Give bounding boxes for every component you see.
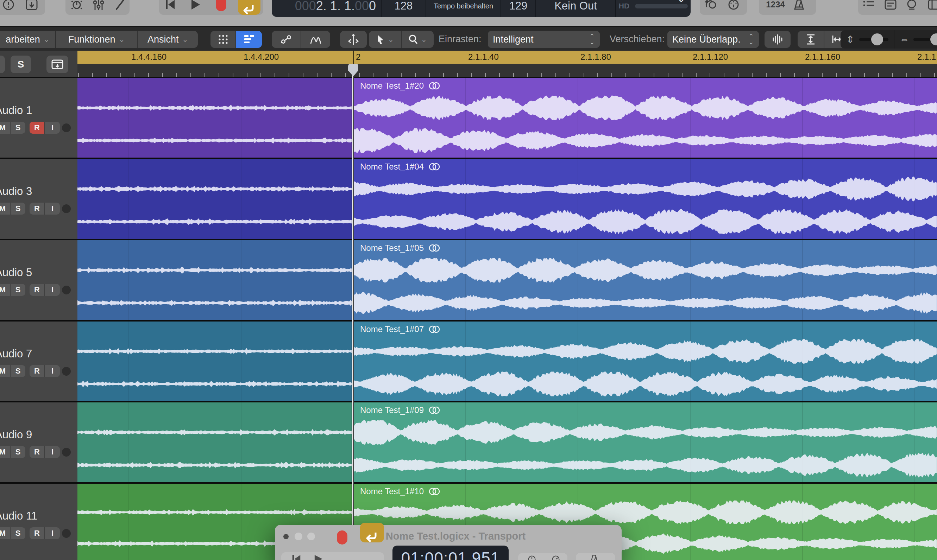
smpte-time: 01:00:01,951 — [401, 548, 500, 560]
track-header-audio-9[interactable]: Audio 9MSRI — [0, 402, 77, 482]
input-monitor-button[interactable]: I — [44, 446, 60, 458]
audio-region-Nome Test_1#09[interactable]: Nome Test_1#09 — [354, 402, 937, 482]
track-status-dot — [62, 123, 71, 132]
track-status-dot — [62, 286, 71, 294]
waveform — [354, 322, 937, 401]
solo-button[interactable]: S — [10, 203, 25, 215]
solo-button[interactable]: S — [10, 365, 25, 377]
record-input-buttons: RI — [29, 527, 60, 539]
track-header-audio-3[interactable]: Audio 3MSRI — [0, 159, 77, 239]
mute-button[interactable]: M — [0, 122, 10, 134]
region-name: Nome Test_1#09 — [360, 405, 441, 415]
transport-window[interactable]: ⌗ Nome Test.logicx - Transport 01:00:01,… — [275, 525, 622, 560]
region-name: Nome Test_1#04 — [360, 162, 441, 172]
track-status-dot — [62, 529, 71, 538]
mute-button[interactable]: M — [0, 365, 10, 377]
playhead-line[interactable] — [351, 64, 354, 560]
record-input-buttons: RI — [29, 122, 60, 134]
track-name: Audio 7 — [0, 348, 32, 360]
solo-button[interactable]: S — [10, 527, 25, 539]
input-monitor-button[interactable]: I — [44, 365, 60, 377]
audio-region[interactable] — [77, 240, 352, 320]
track-name: Audio 5 — [0, 266, 32, 279]
audio-region[interactable] — [77, 78, 352, 158]
audio-region[interactable] — [77, 402, 352, 482]
skip-to-start-icon[interactable] — [290, 554, 302, 560]
record-enable-button[interactable]: R — [29, 527, 44, 539]
region-name-text: Nome Test_1#20 — [360, 81, 424, 91]
stereo-icon — [428, 487, 441, 495]
mute-button[interactable]: M — [0, 284, 10, 296]
waveform — [354, 78, 937, 158]
transport-window-title: ⌗ Nome Test.logicx - Transport — [275, 530, 622, 542]
audio-region-Nome Test_1#07[interactable]: Nome Test_1#07 — [354, 322, 937, 401]
mute-button[interactable]: M — [0, 203, 10, 215]
track-name: Audio 1 — [0, 104, 32, 117]
waveform — [354, 159, 937, 239]
waveform — [77, 159, 352, 239]
solo-button[interactable]: S — [10, 284, 25, 296]
track-header-audio-7[interactable]: Audio 7MSRI — [0, 322, 77, 401]
track-status-dot — [62, 367, 71, 376]
record-enable-button[interactable]: R — [29, 365, 44, 377]
stereo-icon — [428, 82, 441, 90]
play-icon[interactable] — [313, 554, 324, 560]
region-name-text: Nome Test_1#09 — [360, 405, 424, 415]
record-input-buttons: RI — [29, 365, 60, 377]
track-header-audio-11[interactable]: Audio 11MSRI — [0, 484, 77, 560]
title-text: Nome Test.logicx - Transport — [386, 531, 526, 542]
mute-button[interactable]: M — [0, 527, 10, 539]
transport-time-display[interactable]: 01:00:01,951 — [393, 546, 509, 560]
mute-solo-buttons: MS — [0, 284, 25, 296]
record-enable-button[interactable]: R — [29, 203, 44, 215]
waveform — [77, 402, 352, 482]
mute-solo-buttons: MS — [0, 527, 25, 539]
waveform — [77, 78, 352, 158]
audio-region-Nome Test_1#04[interactable]: Nome Test_1#04 — [354, 159, 937, 239]
input-monitor-button[interactable]: I — [44, 122, 60, 134]
mute-button[interactable]: M — [0, 446, 10, 458]
record-enable-button[interactable]: R — [29, 446, 44, 458]
tuner-icon[interactable] — [526, 555, 538, 560]
clock-icon[interactable] — [549, 555, 562, 560]
region-name: Nome Test_1#05 — [360, 243, 441, 253]
track-name: Audio 11 — [0, 510, 37, 522]
track-status-dot — [62, 448, 71, 457]
track-area: Audio 1MSRINome Test_1#20Audio 3MSRINome… — [0, 0, 937, 560]
track-name: Audio 9 — [0, 428, 32, 441]
stereo-icon — [428, 406, 441, 414]
solo-button[interactable]: S — [10, 446, 25, 458]
input-monitor-button[interactable]: I — [44, 284, 60, 296]
record-enable-button[interactable]: R — [29, 284, 44, 296]
track-header-audio-5[interactable]: Audio 5MSRI — [0, 240, 77, 320]
mute-solo-buttons: MS — [0, 365, 25, 377]
audio-region[interactable] — [77, 159, 352, 239]
stereo-icon — [428, 163, 441, 171]
record-input-buttons: RI — [29, 284, 60, 296]
region-name: Nome Test_1#07 — [360, 324, 441, 334]
region-name-text: Nome Test_1#04 — [360, 162, 424, 172]
input-monitor-button[interactable]: I — [44, 203, 60, 215]
record-icon[interactable] — [337, 531, 347, 545]
input-monitor-button[interactable]: I — [44, 527, 60, 539]
metronome-icon[interactable] — [588, 554, 600, 560]
audio-region[interactable] — [77, 322, 352, 401]
stereo-icon — [428, 244, 441, 252]
audio-region-Nome Test_1#05[interactable]: Nome Test_1#05 — [354, 240, 937, 320]
region-name: Nome Test_1#20 — [360, 81, 441, 91]
audio-region-Nome Test_1#20[interactable]: Nome Test_1#20 — [354, 78, 937, 158]
track-name: Audio 3 — [0, 185, 32, 198]
region-name-text: Nome Test_1#07 — [360, 324, 424, 334]
solo-button[interactable]: S — [10, 122, 25, 134]
waveform — [77, 240, 352, 320]
track-header-audio-1[interactable]: Audio 1MSRI — [0, 78, 77, 158]
waveform — [354, 402, 937, 482]
mute-solo-buttons: MS — [0, 122, 25, 134]
record-input-buttons: RI — [29, 203, 60, 215]
region-name-text: Nome Test_1#10 — [360, 486, 424, 496]
track-status-dot — [62, 205, 71, 213]
waveform — [77, 322, 352, 401]
loop-button[interactable] — [360, 523, 384, 542]
region-name: Nome Test_1#10 — [360, 486, 441, 496]
record-enable-button[interactable]: R — [29, 122, 44, 134]
